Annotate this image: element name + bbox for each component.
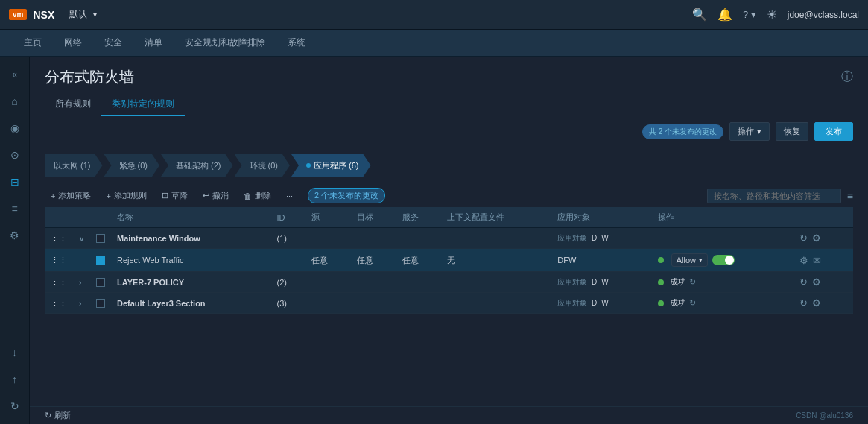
settings-icon[interactable]: ☀ <box>767 7 777 22</box>
csdn-watermark: CSDN @alu0136 <box>796 411 853 420</box>
filter-icon[interactable]: ≡ <box>847 190 853 202</box>
section-id: (3) <box>271 293 306 314</box>
refresh-row-icon[interactable]: ↻ <box>799 276 808 288</box>
action-button[interactable]: 操作 ▾ <box>729 122 770 141</box>
cat-environment[interactable]: 环境 (0) <box>235 154 291 177</box>
settings-row-icon-2[interactable]: ⚙ <box>812 297 821 308</box>
undo-btn[interactable]: ↩ 撤消 <box>197 187 235 204</box>
col-service: 服务 <box>396 207 442 228</box>
expand-btn[interactable]: ∨ <box>79 235 84 243</box>
settings-rule-icon[interactable]: ⚙ <box>799 255 808 266</box>
success-refresh-icon2[interactable]: ↻ <box>689 298 696 308</box>
rule-source: 任意 <box>305 249 351 272</box>
page-help-icon[interactable]: ⓘ <box>841 69 853 85</box>
add-section-icon: + <box>51 192 55 200</box>
tab-all-rules[interactable]: 所有规则 <box>45 93 101 116</box>
collapse-icon[interactable]: « <box>3 63 27 86</box>
email-rule-icon[interactable]: ✉ <box>813 255 821 266</box>
env-selector[interactable]: 默认 ▾ <box>69 8 100 21</box>
rule-toggle[interactable] <box>712 255 735 265</box>
nav-home[interactable]: 主页 <box>15 30 51 57</box>
row-checkbox[interactable] <box>96 299 105 308</box>
expand-btn[interactable]: › <box>79 279 81 287</box>
draft-btn[interactable]: ⊡ 草降 <box>156 187 194 204</box>
refresh-row-icon[interactable]: ↻ <box>799 232 808 244</box>
undo-icon: ↩ <box>203 191 209 200</box>
draft-icon: ⊡ <box>162 191 168 200</box>
upload-icon[interactable]: ↑ <box>3 367 27 391</box>
top-bar-right: 🔍 🔔 ? ▾ ☀ jdoe@vclass.local <box>692 7 859 22</box>
nav-system[interactable]: 系统 <box>279 30 314 57</box>
table-icon[interactable]: ≡ <box>3 197 27 221</box>
section-dest <box>351 228 396 249</box>
env-chevron-icon: ▾ <box>93 10 97 19</box>
rule-action[interactable]: Allow ▾ <box>652 249 793 272</box>
col-name: 名称 <box>111 207 271 228</box>
add-rule-btn[interactable]: + 添加规则 <box>100 187 152 204</box>
toolbar-right: ≡ <box>707 189 853 203</box>
nav-security[interactable]: 安全 <box>95 30 131 57</box>
sidebar: « ⌂ ◉ ⊙ ⊟ ≡ ⚙ ↓ ↑ ↻ <box>0 57 30 424</box>
nav-planning[interactable]: 安全规划和故障排除 <box>176 30 274 57</box>
cat-ethernet[interactable]: 以太网 (1) <box>45 154 103 177</box>
section-applied: 应用对象 DFW <box>551 293 651 314</box>
cat-emergency[interactable]: 紧急 (0) <box>104 154 160 177</box>
user-info[interactable]: jdoe@vclass.local <box>788 10 859 20</box>
top-bar: vm NSX 默认 ▾ 🔍 🔔 ? ▾ ☀ jdoe@vclass.local <box>0 0 868 30</box>
expand-btn[interactable]: › <box>79 300 81 308</box>
rule-applied: DFW <box>551 249 651 272</box>
publish-button[interactable]: 发布 <box>814 122 853 141</box>
undo-label: 撤消 <box>212 190 229 201</box>
tab-category-rules[interactable]: 类别特定的规则 <box>101 93 185 116</box>
table-area: 名称 ID 源 目标 服务 上下文配置文件 应用对象 操作 ⋮⋮ <box>30 207 868 406</box>
section-name: LAYER-7 POLICY <box>111 272 271 293</box>
globe-icon[interactable]: ◉ <box>3 116 27 140</box>
pending-changes-badge: 2 个未发布的更改 <box>308 188 385 203</box>
row-checkbox[interactable] <box>96 256 105 265</box>
page-title: 分布式防火墙 <box>45 67 134 87</box>
nav-inventory[interactable]: 清单 <box>136 30 171 57</box>
settings-row-icon[interactable]: ⚙ <box>812 276 821 288</box>
delete-btn[interactable]: 🗑 删除 <box>238 187 277 204</box>
shield-icon[interactable]: ⊙ <box>3 143 27 167</box>
rule-row-actions: ⚙ ✉ <box>799 255 847 266</box>
allow-dropdown[interactable]: Allow ▾ <box>671 253 708 267</box>
restore-button[interactable]: 恢复 <box>776 122 808 141</box>
filter-input[interactable] <box>707 189 841 203</box>
settings-row-icon[interactable]: ⚙ <box>812 232 821 244</box>
vmware-logo: vm <box>9 9 27 20</box>
section-id: (1) <box>271 228 306 249</box>
firewall-icon[interactable]: ⊟ <box>3 170 27 194</box>
row-checkbox[interactable] <box>96 278 105 287</box>
home-icon[interactable]: ⌂ <box>3 89 27 113</box>
cat-infrastructure[interactable]: 基础架构 (2) <box>161 154 233 177</box>
nav-network[interactable]: 网络 <box>55 30 91 57</box>
refresh-button[interactable]: ↻ 刷新 <box>45 410 71 421</box>
more-btn[interactable]: ··· <box>280 189 299 203</box>
col-id: ID <box>271 207 306 228</box>
search-icon[interactable]: 🔍 <box>692 7 707 22</box>
drag-handle: ⋮⋮ <box>45 293 73 314</box>
layout: « ⌂ ◉ ⊙ ⊟ ≡ ⚙ ↓ ↑ ↻ 分布式防火墙 ⓘ 所有规则 类别特定的规… <box>0 57 868 424</box>
add-section-btn[interactable]: + 添加策略 <box>45 187 97 204</box>
refresh-btn-label: 刷新 <box>54 410 71 421</box>
table-row: ⋮⋮ ∨ Maintenance Window (1) 应用对象 DFW <box>45 228 853 249</box>
row-checkbox[interactable] <box>96 234 105 243</box>
table-row: ⋮⋮ › LAYER-7 POLICY (2) 应用对象 DFW <box>45 272 853 293</box>
bell-icon[interactable]: 🔔 <box>717 7 732 22</box>
toggle-thumb <box>725 256 734 265</box>
settings-icon[interactable]: ⚙ <box>3 224 27 247</box>
drag-handle: ⋮⋮ <box>45 228 73 249</box>
section-dest <box>351 272 396 293</box>
col-drag <box>45 207 73 228</box>
help-menu-icon[interactable]: ? ▾ <box>743 9 756 20</box>
success-refresh-icon[interactable]: ↻ <box>689 277 696 287</box>
action-chevron-icon: ▾ <box>757 127 761 136</box>
env-name: 默认 <box>69 8 87 21</box>
refresh-row-icon-2[interactable]: ↻ <box>799 297 808 308</box>
cat-application[interactable]: 应用程序 (6) <box>291 154 371 177</box>
refresh-icon[interactable]: ↻ <box>3 394 27 418</box>
download-icon[interactable]: ↓ <box>3 341 27 364</box>
add-section-label: 添加策略 <box>58 190 91 201</box>
col-row-actions <box>793 207 853 228</box>
